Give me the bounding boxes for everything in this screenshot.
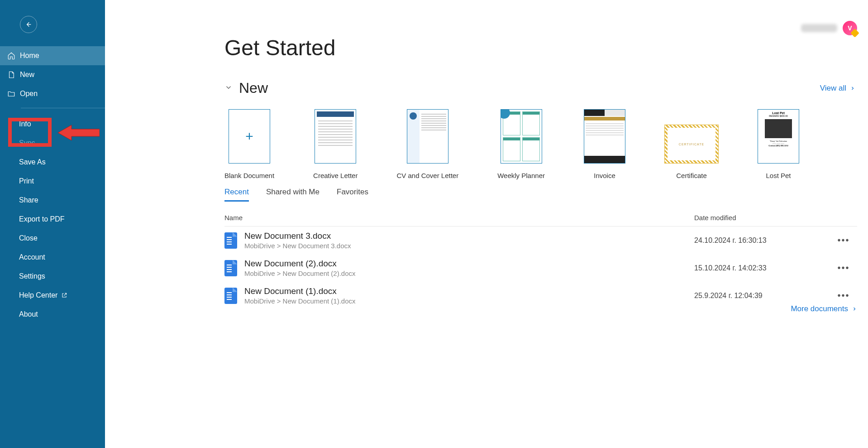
sidebar-item-sync[interactable]: Sync (0, 134, 105, 153)
template-label: CV and Cover Letter (396, 172, 458, 179)
file-date: 25.9.2024 г. 12:04:39 (694, 292, 830, 300)
template-blank-document[interactable]: + Blank Document (224, 109, 274, 179)
chevron-right-icon (850, 86, 855, 91)
sidebar-item-save-as[interactable]: Save As (0, 153, 105, 172)
more-documents-link[interactable]: More documents (791, 304, 857, 313)
file-row[interactable]: New Document (2).docx MobiDrive > New Do… (224, 254, 857, 282)
page-title: Get Started (224, 35, 335, 60)
sidebar-item-label: Account (19, 253, 45, 261)
column-name[interactable]: Name (224, 214, 694, 222)
template-thumb (501, 109, 542, 164)
file-name: New Document (1).docx (244, 286, 694, 296)
sidebar-item-close[interactable]: Close (0, 229, 105, 248)
document-icon (224, 232, 237, 249)
sidebar-item-label: Export to PDF (19, 215, 64, 223)
sidebar-item-label: Settings (19, 272, 45, 280)
tab-recent[interactable]: Recent (224, 188, 249, 202)
section-new: New View all + Blank Document Creative L… (224, 80, 857, 179)
template-label: Invoice (594, 172, 615, 179)
file-name: New Document (2).docx (244, 259, 694, 269)
file-row[interactable]: New Document 3.docx MobiDrive > New Docu… (224, 226, 857, 254)
sidebar-item-home[interactable]: Home (0, 46, 105, 65)
main-content: V Get Started New View all + Blank Docum… (105, 0, 868, 448)
backstage-sidebar: Home New Open Info Sync Save As Print Sh… (0, 0, 105, 448)
external-link-icon (61, 292, 67, 299)
sidebar-item-label: Sync (19, 139, 35, 147)
template-thumb: CERTIFICATE (664, 125, 719, 164)
more-options-button[interactable]: ••• (830, 290, 857, 301)
sidebar-item-label: Save As (19, 158, 46, 166)
sidebar-item-label: Print (19, 177, 34, 185)
sidebar-item-label: About (19, 310, 38, 318)
document-icon (224, 260, 237, 276)
template-label: Lost Pet (766, 172, 791, 179)
sidebar-item-open[interactable]: Open (0, 84, 105, 103)
tab-shared-with-me[interactable]: Shared with Me (266, 188, 320, 202)
template-weekly-planner[interactable]: Weekly Planner (497, 109, 545, 179)
file-path: MobiDrive > New Document (1).docx (244, 297, 694, 305)
avatar[interactable]: V (843, 21, 857, 35)
sidebar-divider (21, 108, 105, 108)
more-options-button[interactable]: ••• (830, 263, 857, 273)
account-area[interactable]: V (801, 21, 857, 35)
chevron-right-icon (852, 306, 857, 312)
sidebar-item-label: Close (19, 234, 38, 242)
file-date: 24.10.2024 г. 16:30:13 (694, 236, 830, 245)
file-path: MobiDrive > New Document (2).docx (244, 270, 694, 277)
sidebar-item-label: Home (20, 52, 39, 60)
column-date-modified[interactable]: Date modified (694, 214, 830, 222)
section-title: New (239, 80, 268, 96)
template-thumb: Lost PetREWARD $000.00"Daisy" the Dalmat… (758, 109, 799, 164)
list-header: Name Date modified (224, 209, 857, 226)
folder-icon (7, 90, 15, 98)
sidebar-item-label: Info (19, 120, 31, 128)
template-label: Weekly Planner (497, 172, 545, 179)
chevron-down-icon[interactable] (224, 83, 233, 93)
sidebar-item-label: New (20, 71, 34, 79)
sidebar-item-help-center[interactable]: Help Center (0, 286, 105, 305)
sidebar-item-label: Help Center (19, 291, 57, 299)
template-thumb (407, 109, 448, 164)
file-name: New Document 3.docx (244, 231, 694, 241)
template-invoice[interactable]: Invoice (584, 109, 625, 179)
home-icon (7, 52, 15, 60)
file-date: 15.10.2024 г. 14:02:33 (694, 264, 830, 272)
template-thumb (315, 109, 356, 164)
document-icon (7, 71, 15, 79)
template-label: Blank Document (224, 172, 274, 179)
sidebar-item-label: Open (20, 90, 38, 98)
file-list-tabs: Recent Shared with Me Favorites (224, 188, 368, 202)
sidebar-item-new[interactable]: New (0, 65, 105, 84)
sidebar-item-export-pdf[interactable]: Export to PDF (0, 210, 105, 229)
file-row[interactable]: New Document (1).docx MobiDrive > New Do… (224, 282, 857, 309)
back-button[interactable] (20, 16, 37, 33)
template-cv-cover-letter[interactable]: CV and Cover Letter (396, 109, 458, 179)
template-lost-pet[interactable]: Lost PetREWARD $000.00"Daisy" the Dalmat… (758, 109, 799, 179)
sidebar-item-settings[interactable]: Settings (0, 267, 105, 286)
tab-favorites[interactable]: Favorites (337, 188, 368, 202)
view-all-link[interactable]: View all (820, 84, 855, 93)
plus-icon: + (245, 129, 253, 144)
more-options-button[interactable]: ••• (830, 235, 857, 246)
template-certificate[interactable]: CERTIFICATE Certificate (664, 109, 719, 179)
sidebar-item-account[interactable]: Account (0, 248, 105, 267)
sidebar-item-print[interactable]: Print (0, 172, 105, 191)
template-thumb (584, 109, 625, 164)
template-creative-letter[interactable]: Creative Letter (313, 109, 358, 179)
document-icon (224, 288, 237, 304)
sidebar-item-share[interactable]: Share (0, 191, 105, 210)
sidebar-item-info[interactable]: Info (0, 115, 105, 134)
recent-file-list: Name Date modified New Document 3.docx M… (224, 209, 857, 309)
template-thumb: + (229, 109, 270, 164)
sidebar-item-label: Share (19, 196, 38, 204)
sidebar-item-about[interactable]: About (0, 305, 105, 324)
template-label: Creative Letter (313, 172, 358, 179)
template-label: Certificate (676, 172, 707, 179)
account-name-blurred (801, 24, 837, 32)
file-path: MobiDrive > New Document 3.docx (244, 242, 694, 250)
